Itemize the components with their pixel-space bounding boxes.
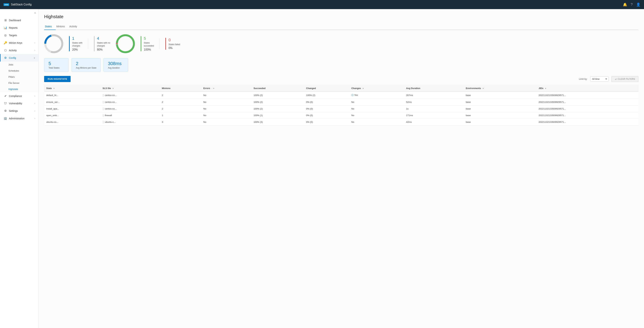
table-header: State ▼ SLS file ▼ Minions Errors ↓ ▼ (44, 85, 638, 92)
sidebar: « ⊞ Dashboard 📊 Reports ◎ Targets 🔑 Mini… (0, 9, 38, 328)
chevron-right-icon: › (34, 117, 35, 120)
minion-keys-icon: 🔑 (4, 41, 7, 44)
sidebar-item-reports[interactable]: 📊 Reports (0, 24, 38, 31)
col-sls-file: SLS file ▼ (100, 85, 160, 92)
tab-bar: States Minions Activity (44, 23, 638, 30)
tab-states[interactable]: States (44, 23, 56, 30)
cell-succeeded-2: 100% (2) (251, 106, 304, 112)
donut-chart-1 (44, 34, 64, 53)
sidebar-subitem-schedules[interactable]: Schedules (0, 68, 38, 74)
stat-label-succeeded: Statessucceeded (144, 41, 154, 47)
tab-activity[interactable]: Activity (69, 23, 81, 30)
app-title: SaltStack Config (11, 3, 32, 6)
info-icon[interactable]: ⓘ (351, 94, 354, 96)
sidebar-item-compliance[interactable]: ✔ Compliance › (0, 92, 38, 100)
sidebar-item-activity[interactable]: ⬡ Activity › (0, 46, 38, 54)
stat-block-no-changes: 4 States with nochanges 80% (94, 36, 110, 51)
cell-errors-4: No (201, 119, 251, 125)
cell-sls-3[interactable]: ░firewall (100, 112, 160, 119)
limit-select[interactable]: All time Last hour Last day Last week La… (590, 76, 608, 82)
sidebar-collapse-button[interactable]: « (0, 9, 38, 16)
cell-jids-4[interactable]: 20221102133509929571... (536, 119, 638, 125)
col-avg-duration: Avg Duration (404, 85, 464, 92)
cell-minions-3: 1 (160, 112, 201, 119)
sort-changes-icon[interactable]: ▼ (362, 87, 364, 89)
divider-2 (160, 38, 160, 49)
summary-card-avg-minions: 2 Avg Minions per State (72, 58, 101, 72)
cell-jids-1[interactable]: 20221102133509929571... (536, 99, 638, 106)
cell-state-0[interactable]: default_ht... (44, 92, 100, 99)
cell-jids-3[interactable]: 20221102133509929571... (536, 112, 638, 119)
page-title: Highstate (44, 14, 638, 19)
run-highstate-button[interactable]: RUN HIGHSTATE (44, 76, 70, 82)
cell-sls-0[interactable]: ░centos-co... (100, 92, 160, 99)
sort-env-icon[interactable]: ▼ (482, 87, 484, 89)
filter-area: Limit by: All time Last hour Last day La… (579, 76, 638, 82)
sidebar-item-targets[interactable]: ◎ Targets (0, 31, 38, 39)
stat-label-changes: States withchanges (72, 41, 82, 47)
notifications-icon[interactable]: 🔔 (623, 2, 627, 7)
cell-state-3[interactable]: open_smb... (44, 112, 100, 119)
table-row: ensure_ser... ░centos-co... 2 No 100% (2… (44, 99, 638, 106)
sidebar-item-config[interactable]: ⚙ Config ∨ (0, 54, 38, 62)
chevron-right-icon: › (34, 42, 35, 44)
cell-minions-4: 3 (160, 119, 201, 125)
col-changed: Changed (304, 85, 349, 92)
col-minions: Minions (160, 85, 201, 92)
config-submenu: Jobs Schedules Pillars File Server Highs… (0, 62, 38, 92)
sidebar-item-settings[interactable]: ⚙ Settings › (0, 107, 38, 115)
config-icon: ⚙ (4, 56, 7, 59)
cell-sls-1[interactable]: ░centos-co... (100, 99, 160, 106)
cell-jids-2[interactable]: 20221102133509929571... (536, 106, 638, 112)
donut-chart-2 (116, 34, 135, 53)
app-body: « ⊞ Dashboard 📊 Reports ◎ Targets 🔑 Mini… (0, 9, 644, 328)
cell-errors-1: No (201, 99, 251, 106)
sidebar-subitem-pillars[interactable]: Pillars (0, 74, 38, 80)
sidebar-label-minion-keys: Minion Keys (9, 41, 22, 44)
table-row: ubuntu-co... ░ubuntu-c... 3 No 100% (3) … (44, 119, 638, 125)
summary-card-total-states: 5 Total States (44, 58, 69, 72)
sort-jids-icon[interactable]: ▼ (545, 87, 546, 89)
sort-errors-icon[interactable]: ↓ ▼ (212, 87, 215, 89)
sidebar-item-minion-keys[interactable]: 🔑 Minion Keys › (0, 39, 38, 46)
col-errors: Errors ↓ ▼ (201, 85, 251, 92)
sidebar-subitem-highstate[interactable]: Highstate (0, 86, 38, 92)
compliance-icon: ✔ (4, 94, 7, 98)
cell-jids-0[interactable]: 20221102133509929571... (536, 92, 638, 99)
chevron-right-icon: › (34, 102, 35, 105)
limit-label: Limit by: (579, 78, 587, 80)
cell-sls-2[interactable]: ░centos-co... (100, 106, 160, 112)
cell-avg-duration-1: 52ms (404, 99, 464, 106)
sidebar-label-settings: Settings (9, 110, 18, 112)
sidebar-subitem-file-server[interactable]: File Server (0, 80, 38, 86)
cell-state-1[interactable]: ensure_ser... (44, 99, 100, 106)
total-states-label: Total States (48, 67, 64, 69)
tab-minions[interactable]: Minions (56, 23, 69, 30)
vulnerability-icon: 🛡 (4, 102, 7, 105)
cell-minions-2: 2 (160, 106, 201, 112)
cell-errors-3: No (201, 112, 251, 119)
help-icon[interactable]: ? (631, 2, 632, 7)
sort-state-icon[interactable]: ▼ (53, 87, 55, 89)
sidebar-subitem-jobs[interactable]: Jobs (0, 62, 38, 68)
cell-state-2[interactable]: install_apa... (44, 106, 100, 112)
user-icon[interactable]: 👤 (636, 2, 640, 7)
stat-label-no-changes: States with nochanges (97, 41, 110, 47)
cell-state-4[interactable]: ubuntu-co... (44, 119, 100, 125)
main-content: Highstate States Minions Activity 1 S (38, 9, 644, 328)
cell-changes-0: ⓘ Yes (349, 92, 404, 99)
cell-changed-0: 100% (2) (304, 92, 349, 99)
stat-block-succeeded: 5 Statessucceeded 100% (141, 36, 154, 51)
cell-sls-4[interactable]: ░ubuntu-c... (100, 119, 160, 125)
table-body: default_ht... ░centos-co... 2 No 100% (2… (44, 92, 638, 125)
cell-errors-2: No (201, 106, 251, 112)
sidebar-item-vulnerability[interactable]: 🛡 Vulnerability › (0, 100, 38, 107)
sidebar-item-dashboard[interactable]: ⊞ Dashboard (0, 16, 38, 24)
sidebar-item-administration[interactable]: 🏢 Administration › (0, 115, 38, 122)
col-changes: Changes ▼ (349, 85, 404, 92)
administration-icon: 🏢 (4, 117, 7, 120)
top-navigation: vmw SaltStack Config 🔔 ? 👤 (0, 0, 644, 9)
clear-filters-button[interactable]: ⊿ CLEAR FILTERS (612, 76, 638, 82)
sort-sls-icon[interactable]: ▼ (112, 87, 114, 89)
cell-avg-duration-0: 267ms (404, 92, 464, 99)
